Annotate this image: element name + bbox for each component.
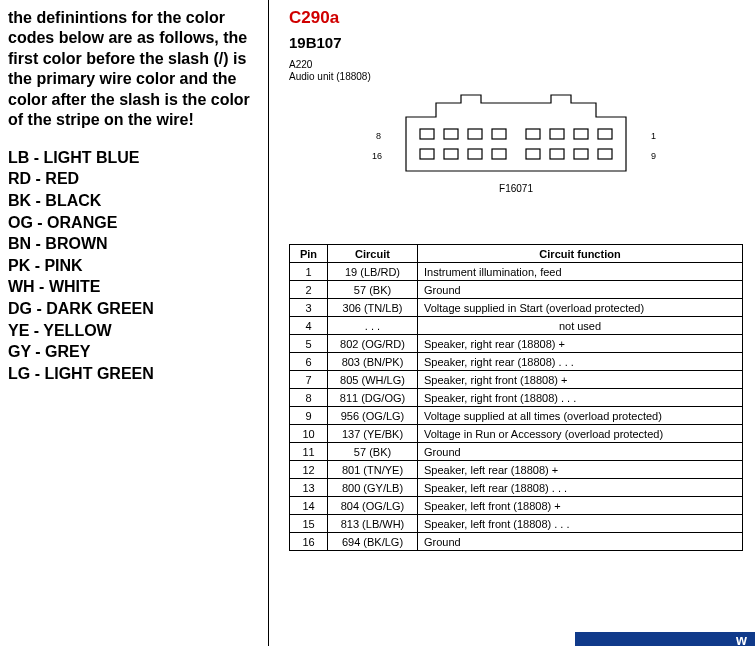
connector-diagram: 8 1 16 9 (366, 89, 666, 194)
cell-circuit: 137 (YE/BK) (328, 425, 418, 443)
cell-pin: 13 (290, 479, 328, 497)
table-row: 119 (LB/RD)Instrument illumination, feed (290, 263, 743, 281)
part-number: 19B107 (289, 34, 743, 51)
svg-rect-5 (550, 129, 564, 139)
table-row: 6803 (BN/PK)Speaker, right rear (18808) … (290, 353, 743, 371)
pin-label-9: 9 (651, 151, 656, 161)
cell-circuit: 800 (GY/LB) (328, 479, 418, 497)
cell-pin: 16 (290, 533, 328, 551)
cell-circuit: 803 (BN/PK) (328, 353, 418, 371)
cell-function: Ground (418, 533, 743, 551)
cell-pin: 6 (290, 353, 328, 371)
pin-label-8: 8 (376, 131, 381, 141)
svg-rect-14 (574, 149, 588, 159)
cell-circuit: 802 (OG/RD) (328, 335, 418, 353)
sub-label-audio-unit: Audio unit (18808) (289, 71, 743, 83)
cell-pin: 10 (290, 425, 328, 443)
connector-id: C290a (289, 8, 743, 28)
left-panel: the definintions for the color codes bel… (8, 8, 263, 384)
svg-rect-9 (444, 149, 458, 159)
cell-pin: 14 (290, 497, 328, 515)
cell-pin: 12 (290, 461, 328, 479)
legend-item: OG - ORANGE (8, 212, 263, 234)
table-row: 13800 (GY/LB)Speaker, left rear (18808) … (290, 479, 743, 497)
table-row: 12801 (TN/YE)Speaker, left rear (18808) … (290, 461, 743, 479)
cell-circuit: 801 (TN/YE) (328, 461, 418, 479)
connector-icon (386, 89, 646, 179)
cell-function: Speaker, left rear (18808) + (418, 461, 743, 479)
legend-item: LB - LIGHT BLUE (8, 147, 263, 169)
sub-label-a220: A220 (289, 59, 743, 71)
col-pin: Pin (290, 245, 328, 263)
table-row: 1157 (BK)Ground (290, 443, 743, 461)
cell-pin: 5 (290, 335, 328, 353)
cell-circuit: 813 (LB/WH) (328, 515, 418, 533)
svg-rect-12 (526, 149, 540, 159)
legend-item: PK - PINK (8, 255, 263, 277)
cell-pin: 15 (290, 515, 328, 533)
table-row: 10137 (YE/BK)Voltage in Run or Accessory… (290, 425, 743, 443)
legend-item: LG - LIGHT GREEN (8, 363, 263, 385)
cell-pin: 8 (290, 389, 328, 407)
cell-circuit: . . . (328, 317, 418, 335)
table-row: 14804 (OG/LG)Speaker, left front (18808)… (290, 497, 743, 515)
svg-rect-3 (492, 129, 506, 139)
cell-function: Voltage supplied at all times (overload … (418, 407, 743, 425)
cell-function: Speaker, right front (18808) + (418, 371, 743, 389)
pin-label-16: 16 (372, 151, 382, 161)
cell-function: Instrument illumination, feed (418, 263, 743, 281)
table-row: 4. . .not used (290, 317, 743, 335)
svg-rect-8 (420, 149, 434, 159)
cell-function: Speaker, right rear (18808) + (418, 335, 743, 353)
legend-item: WH - WHITE (8, 276, 263, 298)
cell-circuit: 694 (BK/LG) (328, 533, 418, 551)
svg-rect-1 (444, 129, 458, 139)
table-row: 15813 (LB/WH)Speaker, left front (18808)… (290, 515, 743, 533)
cell-function: Speaker, left front (18808) + (418, 497, 743, 515)
table-header-row: Pin Circuit Circuit function (290, 245, 743, 263)
table-row: 8811 (DG/OG)Speaker, right front (18808)… (290, 389, 743, 407)
svg-rect-10 (468, 149, 482, 159)
cell-pin: 4 (290, 317, 328, 335)
col-circuit: Circuit (328, 245, 418, 263)
svg-rect-4 (526, 129, 540, 139)
cell-function: Voltage supplied in Start (overload prot… (418, 299, 743, 317)
circuit-table: Pin Circuit Circuit function 119 (LB/RD)… (289, 244, 743, 551)
sub-labels: A220 Audio unit (18808) (289, 59, 743, 83)
svg-rect-0 (420, 129, 434, 139)
cell-pin: 1 (290, 263, 328, 281)
svg-rect-11 (492, 149, 506, 159)
svg-rect-6 (574, 129, 588, 139)
figure-number: F16071 (366, 183, 666, 194)
legend-item: BN - BROWN (8, 233, 263, 255)
cell-function: Speaker, right rear (18808) . . . (418, 353, 743, 371)
table-row: 7805 (WH/LG)Speaker, right front (18808)… (290, 371, 743, 389)
cell-circuit: 57 (BK) (328, 281, 418, 299)
cell-function: Speaker, right front (18808) . . . (418, 389, 743, 407)
pin-label-1: 1 (651, 131, 656, 141)
right-panel: C290a 19B107 A220 Audio unit (18808) 8 1… (268, 0, 755, 646)
cell-circuit: 956 (OG/LG) (328, 407, 418, 425)
svg-rect-15 (598, 149, 612, 159)
cell-function: Ground (418, 281, 743, 299)
cell-pin: 11 (290, 443, 328, 461)
svg-rect-7 (598, 129, 612, 139)
table-row: 5802 (OG/RD)Speaker, right rear (18808) … (290, 335, 743, 353)
cell-function: Speaker, left rear (18808) . . . (418, 479, 743, 497)
table-row: 257 (BK)Ground (290, 281, 743, 299)
legend-item: YE - YELLOW (8, 320, 263, 342)
legend-item: BK - BLACK (8, 190, 263, 212)
cell-pin: 3 (290, 299, 328, 317)
intro-text: the definintions for the color codes bel… (8, 8, 263, 131)
cell-circuit: 57 (BK) (328, 443, 418, 461)
table-row: 3306 (TN/LB)Voltage supplied in Start (o… (290, 299, 743, 317)
table-row: 16694 (BK/LG)Ground (290, 533, 743, 551)
legend-item: GY - GREY (8, 341, 263, 363)
cell-circuit: 811 (DG/OG) (328, 389, 418, 407)
footer-bar (575, 632, 755, 646)
cell-pin: 2 (290, 281, 328, 299)
cell-function: Speaker, left front (18808) . . . (418, 515, 743, 533)
cell-function: Ground (418, 443, 743, 461)
footer-char: w (736, 632, 747, 646)
table-row: 9956 (OG/LG)Voltage supplied at all time… (290, 407, 743, 425)
